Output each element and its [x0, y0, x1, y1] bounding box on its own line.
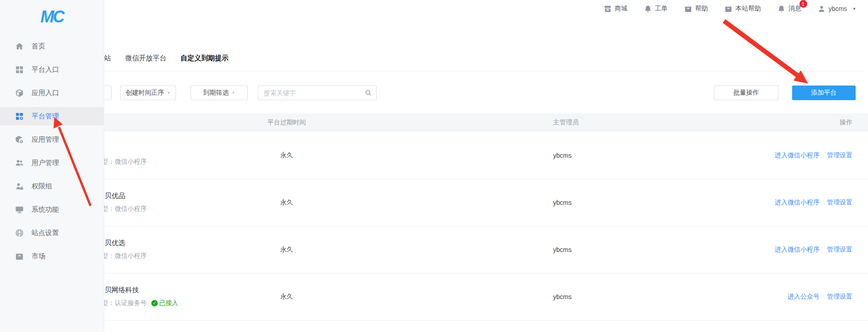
- platform-type: 型：微信小程序: [104, 158, 147, 166]
- grid-gear-icon: [15, 112, 24, 121]
- user-menu[interactable]: ybcms ▼: [818, 5, 856, 13]
- table-row: 型：微信小程序 永久 ybcms 进入微信小程序 管理设置: [104, 132, 868, 179]
- column-header-actions: 操作: [840, 113, 852, 132]
- sidebar-item-label: 站点设置: [32, 229, 59, 237]
- admin-value: ybcms: [553, 179, 571, 226]
- admin-value: ybcms: [553, 132, 571, 179]
- user-name: ybcms: [829, 5, 847, 12]
- home-icon: [15, 42, 24, 51]
- topbar-item-label: 商城: [615, 5, 628, 13]
- add-platform-button[interactable]: 添加平台: [792, 86, 856, 100]
- bag-icon: [724, 5, 732, 13]
- admin-value: ybcms: [553, 226, 571, 273]
- sidebar-item-system[interactable]: 系统功能: [0, 200, 104, 219]
- sidebar-item-app-entry[interactable]: 应用入口: [0, 84, 104, 102]
- sort-order-dropdown[interactable]: 创建时间正序 ▼: [120, 86, 176, 100]
- sidebar-item-label: 平台入口: [32, 65, 59, 74]
- sidebar-item-label: 权限组: [32, 182, 52, 191]
- platform-name-cell: 贝优选 型：微信小程序: [105, 226, 147, 273]
- table-row: 贝网络科技 型：认证服务号 ✓ 已接入 永久 ybcms 进入公众号 管理设置: [104, 273, 868, 321]
- topbar-item-label: 本站帮助: [735, 5, 761, 13]
- actions-cell: 进入微信小程序 管理设置: [775, 132, 852, 179]
- platform-type: 型：微信小程序: [104, 252, 147, 260]
- tab-wechat-open-platform[interactable]: 微信开放平台: [125, 54, 166, 63]
- sidebar-item-site-settings[interactable]: 站点设置: [0, 224, 104, 242]
- sidebar-item-label: 应用入口: [32, 89, 59, 97]
- caret-down-icon: ▼: [232, 91, 235, 95]
- topbar-item-label: 工单: [655, 5, 668, 13]
- cube-icon: [15, 89, 24, 97]
- topbar-item-ticket[interactable]: 工单: [644, 5, 668, 13]
- sidebar-item-label: 用户管理: [32, 159, 59, 167]
- expire-filter-label: 到期筛选: [203, 89, 229, 97]
- manage-settings-link[interactable]: 管理设置: [827, 293, 852, 301]
- platform-name-cell: 贝优品 型：微信小程序: [105, 179, 147, 226]
- table-header: 平台过期时间 主管理员 操作: [104, 113, 868, 132]
- platform-name: 贝优品: [105, 192, 125, 199]
- topbar-item-site-help[interactable]: 本站帮助: [724, 5, 761, 13]
- sidebar-item-label: 市场: [32, 252, 45, 261]
- globe-icon: [15, 229, 24, 237]
- connected-status-label: 已接入: [159, 299, 178, 307]
- divider: [104, 71, 865, 71]
- cube-gear-icon: [15, 135, 24, 144]
- topbar-item-message[interactable]: 消息 1: [777, 5, 801, 13]
- monitor-icon: [15, 205, 24, 214]
- sidebar-item-platform-entry[interactable]: 平台入口: [0, 60, 104, 79]
- platform-name-cell: 型：微信小程序: [105, 132, 147, 179]
- logo: MC: [0, 7, 104, 27]
- enter-mini-program-link[interactable]: 进入微信小程序: [775, 151, 820, 160]
- topbar-item-mall[interactable]: 商城: [604, 5, 628, 13]
- enter-official-account-link[interactable]: 进入公众号: [788, 293, 820, 301]
- column-header-expire: 平台过期时间: [255, 113, 319, 132]
- table-row: 贝优选 型：微信小程序 永久 ybcms 进入微信小程序 管理设置: [104, 226, 868, 273]
- user-lock-icon: [15, 182, 24, 191]
- expire-filter-dropdown[interactable]: 到期筛选 ▼: [191, 86, 248, 100]
- tab-site-fragment[interactable]: 站: [104, 54, 111, 63]
- sidebar-item-home[interactable]: 首页: [0, 37, 104, 55]
- connected-status: ✓ 已接入: [151, 299, 178, 307]
- sidebar-item-label: 应用管理: [32, 135, 59, 144]
- sidebar-item-permission-group[interactable]: 权限组: [0, 177, 104, 195]
- actions-cell: 进入公众号 管理设置: [788, 273, 852, 320]
- sidebar-item-app-manage[interactable]: 应用管理: [0, 130, 104, 149]
- bulk-actions-button[interactable]: 批量操作: [714, 86, 778, 100]
- expire-value: 永久: [255, 273, 319, 320]
- sidebar-item-platform-manage[interactable]: 平台管理: [0, 107, 104, 125]
- sidebar-item-label: 系统功能: [32, 205, 59, 214]
- expire-value: 永久: [255, 179, 319, 226]
- sidebar-item-market[interactable]: 市场: [0, 247, 104, 265]
- sidebar: MC 首页 平台入口 应用入口 平台管理 应用管理: [0, 0, 104, 332]
- platform-type: 型：微信小程序: [104, 205, 147, 213]
- caret-down-icon: ▼: [852, 7, 856, 11]
- enter-mini-program-link[interactable]: 进入微信小程序: [775, 198, 820, 207]
- platform-name: 贝网络科技: [105, 286, 139, 294]
- topbar: 商城 工单 帮助 本站帮助 消息 1 ybcms ▼: [104, 0, 868, 17]
- expire-value: 永久: [255, 132, 319, 179]
- store-icon: [604, 5, 612, 13]
- search-box: [258, 86, 377, 100]
- check-circle-icon: ✓: [151, 300, 158, 306]
- tab-bar: 站 微信开放平台 自定义到期提示: [104, 54, 229, 63]
- manage-settings-link[interactable]: 管理设置: [827, 198, 852, 207]
- tab-custom-expire-notice[interactable]: 自定义到期提示: [181, 54, 229, 63]
- app: MC 首页 平台入口 应用入口 平台管理 应用管理: [0, 0, 868, 332]
- platform-name-cell: 贝网络科技 型：认证服务号 ✓ 已接入: [105, 273, 178, 320]
- enter-mini-program-link[interactable]: 进入微信小程序: [775, 246, 820, 254]
- search-icon: [365, 89, 372, 96]
- clipped-filter-button[interactable]: [104, 86, 112, 100]
- manage-settings-link[interactable]: 管理设置: [827, 246, 852, 254]
- message-count-badge: 1: [799, 0, 807, 8]
- search-input[interactable]: [258, 86, 377, 100]
- table-row: 贝优品 型：微信小程序 永久 ybcms 进入微信小程序 管理设置: [104, 179, 868, 226]
- bell-icon: [777, 5, 785, 13]
- topbar-item-label: 帮助: [695, 5, 708, 13]
- platform-type: 型：认证服务号 ✓ 已接入: [104, 300, 178, 307]
- bag-icon: [684, 5, 692, 13]
- manage-settings-link[interactable]: 管理设置: [827, 151, 852, 160]
- sidebar-item-label: 首页: [32, 42, 45, 51]
- main-content: 商城 工单 帮助 本站帮助 消息 1 ybcms ▼: [104, 0, 868, 332]
- topbar-item-help[interactable]: 帮助: [684, 5, 708, 13]
- sidebar-item-user-manage[interactable]: 用户管理: [0, 154, 104, 172]
- sidebar-item-label: 平台管理: [32, 112, 59, 121]
